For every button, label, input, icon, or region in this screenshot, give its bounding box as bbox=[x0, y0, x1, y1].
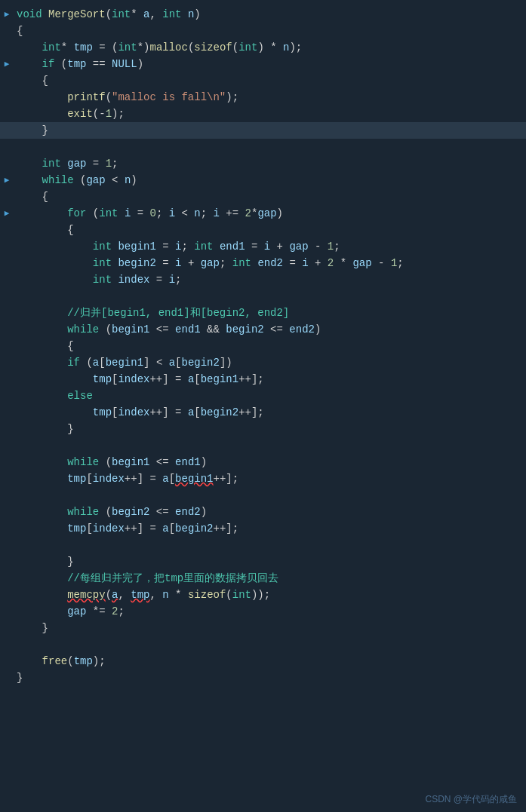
line-content-3: if (tmp == NULL) bbox=[14, 56, 526, 72]
line-gutter-12: ▶ bbox=[0, 205, 14, 222]
code-line-33: } bbox=[0, 553, 526, 570]
line-content-35: memcpy(a, tmp, n * sizeof(int)); bbox=[14, 587, 526, 603]
line-content-13: { bbox=[14, 222, 526, 238]
line-content-19: while (begin1 <= end1 && begin2 <= end2) bbox=[14, 321, 526, 338]
code-container: ▶void MergeSort(int* a, int n){ int* tmp… bbox=[0, 0, 526, 812]
line-content-12: for (int i = 0; i < n; i += 2*gap) bbox=[14, 205, 526, 222]
code-line-23: else bbox=[0, 388, 526, 404]
line-content-15: int begin2 = i + gap; int end2 = i + 2 *… bbox=[14, 255, 526, 271]
line-content-36: gap *= 2; bbox=[14, 603, 526, 620]
line-content-20: { bbox=[14, 338, 526, 354]
code-line-15: int begin2 = i + gap; int end2 = i + 2 *… bbox=[0, 255, 526, 271]
line-content-29 bbox=[14, 487, 526, 504]
line-content-21: if (a[begin1] < a[begin2]) bbox=[14, 354, 526, 371]
code-line-9: int gap = 1; bbox=[0, 155, 526, 172]
code-line-22: tmp[index++] = a[begin1++]; bbox=[0, 371, 526, 388]
code-line-6: exit(-1); bbox=[0, 106, 526, 122]
line-content-1: { bbox=[14, 23, 526, 39]
line-content-40: } bbox=[14, 670, 526, 686]
code-line-27: while (begin1 <= end1) bbox=[0, 454, 526, 470]
line-content-31: tmp[index++] = a[begin2++]; bbox=[14, 520, 526, 537]
line-content-24: tmp[index++] = a[begin2++]; bbox=[14, 404, 526, 421]
line-gutter-0: ▶ bbox=[0, 6, 14, 23]
code-line-37: } bbox=[0, 620, 526, 636]
code-line-40: } bbox=[0, 670, 526, 686]
code-line-18: //归并[begin1, end1]和[begin2, end2] bbox=[0, 305, 526, 321]
line-content-8 bbox=[14, 139, 526, 155]
code-line-32 bbox=[0, 537, 526, 553]
code-line-16: int index = i; bbox=[0, 271, 526, 288]
code-line-26 bbox=[0, 437, 526, 454]
code-line-7: } bbox=[0, 122, 526, 139]
code-line-36: gap *= 2; bbox=[0, 603, 526, 620]
line-content-7: } bbox=[14, 122, 526, 139]
code-line-28: tmp[index++] = a[begin1++]; bbox=[0, 470, 526, 487]
line-content-6: exit(-1); bbox=[14, 106, 526, 122]
code-line-12: ▶ for (int i = 0; i < n; i += 2*gap) bbox=[0, 205, 526, 222]
code-line-39: free(tmp); bbox=[0, 653, 526, 670]
line-content-0: void MergeSort(int* a, int n) bbox=[14, 6, 526, 23]
line-content-30: while (begin2 <= end2) bbox=[14, 504, 526, 520]
line-content-25: } bbox=[14, 421, 526, 437]
code-line-38 bbox=[0, 636, 526, 653]
line-gutter-10: ▶ bbox=[0, 172, 14, 188]
code-line-1: { bbox=[0, 23, 526, 39]
line-content-10: while (gap < n) bbox=[14, 172, 526, 188]
line-content-18: //归并[begin1, end1]和[begin2, end2] bbox=[14, 305, 526, 321]
code-line-20: { bbox=[0, 338, 526, 354]
code-line-10: ▶ while (gap < n) bbox=[0, 172, 526, 188]
code-line-31: tmp[index++] = a[begin2++]; bbox=[0, 520, 526, 537]
line-content-23: else bbox=[14, 388, 526, 404]
code-line-21: if (a[begin1] < a[begin2]) bbox=[0, 354, 526, 371]
line-content-16: int index = i; bbox=[14, 271, 526, 288]
code-line-11: { bbox=[0, 188, 526, 205]
code-line-4: { bbox=[0, 72, 526, 89]
code-line-19: while (begin1 <= end1 && begin2 <= end2) bbox=[0, 321, 526, 338]
line-content-14: int begin1 = i; int end1 = i + gap - 1; bbox=[14, 238, 526, 255]
code-line-24: tmp[index++] = a[begin2++]; bbox=[0, 404, 526, 421]
watermark: CSDN @学代码的咸鱼 bbox=[425, 793, 517, 806]
line-content-37: } bbox=[14, 620, 526, 636]
code-line-8 bbox=[0, 139, 526, 155]
code-line-34: //每组归并完了，把tmp里面的数据拷贝回去 bbox=[0, 570, 526, 587]
line-content-2: int* tmp = (int*)malloc(sizeof(int) * n)… bbox=[14, 39, 526, 56]
line-content-27: while (begin1 <= end1) bbox=[14, 454, 526, 470]
code-line-35: memcpy(a, tmp, n * sizeof(int)); bbox=[0, 587, 526, 603]
line-content-28: tmp[index++] = a[begin1++]; bbox=[14, 470, 526, 487]
line-content-5: printf("malloc is fall\n"); bbox=[14, 89, 526, 106]
line-content-38 bbox=[14, 636, 526, 653]
code-line-0: ▶void MergeSort(int* a, int n) bbox=[0, 6, 526, 23]
line-content-11: { bbox=[14, 188, 526, 205]
line-content-22: tmp[index++] = a[begin1++]; bbox=[14, 371, 526, 388]
code-line-3: ▶ if (tmp == NULL) bbox=[0, 56, 526, 72]
code-line-2: int* tmp = (int*)malloc(sizeof(int) * n)… bbox=[0, 39, 526, 56]
code-line-5: printf("malloc is fall\n"); bbox=[0, 89, 526, 106]
code-line-17 bbox=[0, 288, 526, 305]
line-content-39: free(tmp); bbox=[14, 653, 526, 670]
line-content-32 bbox=[14, 537, 526, 553]
line-content-17 bbox=[14, 288, 526, 305]
code-line-29 bbox=[0, 487, 526, 504]
code-line-30: while (begin2 <= end2) bbox=[0, 504, 526, 520]
line-gutter-3: ▶ bbox=[0, 56, 14, 72]
line-content-26 bbox=[14, 437, 526, 454]
line-content-33: } bbox=[14, 553, 526, 570]
line-content-34: //每组归并完了，把tmp里面的数据拷贝回去 bbox=[14, 570, 526, 587]
code-line-14: int begin1 = i; int end1 = i + gap - 1; bbox=[0, 238, 526, 255]
line-content-4: { bbox=[14, 72, 526, 89]
line-content-9: int gap = 1; bbox=[14, 155, 526, 172]
code-line-25: } bbox=[0, 421, 526, 437]
code-line-13: { bbox=[0, 222, 526, 238]
